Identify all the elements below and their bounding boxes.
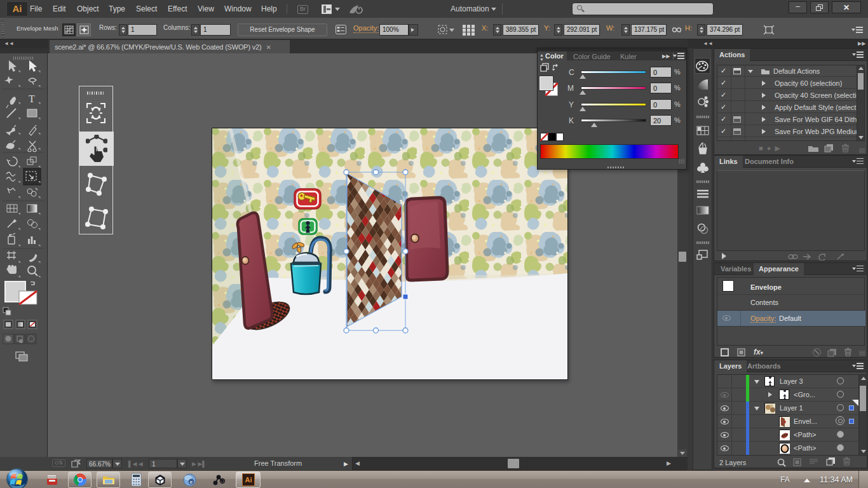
svg-text:e: e bbox=[190, 479, 193, 485]
svg-text:T: T bbox=[29, 93, 35, 104]
